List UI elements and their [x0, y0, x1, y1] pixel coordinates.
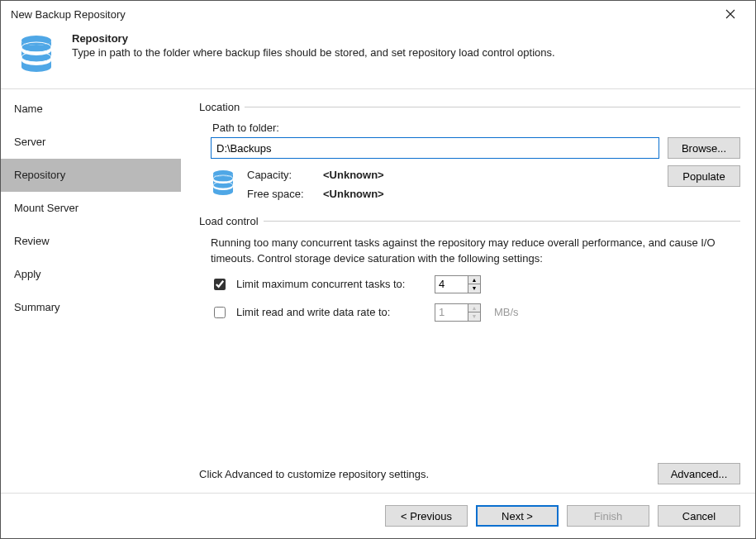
- chevron-up-icon: ▲: [472, 305, 478, 311]
- next-button[interactable]: Next >: [476, 505, 559, 527]
- nav-item-name[interactable]: Name: [1, 93, 181, 126]
- capacity-value: <Unknown>: [323, 169, 384, 181]
- cancel-button[interactable]: Cancel: [658, 505, 740, 527]
- advanced-row: Click Advanced to customize repository s…: [199, 456, 740, 484]
- wizard-footer: < Previous Next > Finish Cancel: [1, 494, 755, 538]
- wizard-header: Repository Type in path to the folder wh…: [1, 27, 755, 88]
- limit-tasks-spinner[interactable]: ▲ ▼: [435, 275, 481, 293]
- page-subtitle: Type in path to the folder where backup …: [72, 46, 555, 59]
- nav-item-server[interactable]: Server: [1, 126, 181, 159]
- limit-rate-value: [435, 303, 468, 322]
- limit-rate-unit: MB/s: [494, 306, 519, 318]
- load-control-description: Running too many concurrent tasks agains…: [211, 236, 739, 267]
- limit-rate-label: Limit read and write data rate to:: [236, 306, 426, 318]
- limit-rate-checkbox[interactable]: [214, 307, 226, 318]
- load-control-group: Load control Running too many concurrent…: [199, 215, 740, 332]
- wizard-content: Location Path to folder: Browse...: [181, 89, 755, 493]
- database-icon: [16, 32, 57, 74]
- chevron-down-icon: ▼: [472, 313, 478, 319]
- limit-tasks-value[interactable]: [435, 275, 468, 293]
- nav-item-repository[interactable]: Repository: [1, 159, 181, 192]
- previous-button[interactable]: < Previous: [385, 505, 468, 527]
- nav-item-review[interactable]: Review: [1, 225, 181, 258]
- wizard-nav: Name Server Repository Mount Server Revi…: [1, 89, 181, 493]
- chevron-down-icon: ▼: [472, 285, 478, 291]
- nav-item-summary[interactable]: Summary: [1, 291, 181, 324]
- capacity-label: Capacity:: [247, 169, 316, 181]
- wizard-body: Name Server Repository Mount Server Revi…: [1, 88, 755, 494]
- close-button[interactable]: [712, 2, 749, 26]
- nav-item-apply[interactable]: Apply: [1, 258, 181, 291]
- limit-rate-spinner[interactable]: ▲ ▼: [435, 303, 481, 322]
- populate-button[interactable]: Populate: [668, 165, 740, 187]
- limit-rate-down: ▼: [468, 312, 481, 322]
- close-icon: [725, 9, 735, 19]
- path-label: Path to folder:: [212, 122, 740, 134]
- limit-rate-up: ▲: [468, 303, 481, 312]
- limit-tasks-label: Limit maximum concurrent tasks to:: [236, 278, 426, 290]
- page-title: Repository: [72, 32, 555, 45]
- database-small-icon: [211, 169, 235, 197]
- limit-tasks-down[interactable]: ▼: [468, 284, 481, 293]
- free-space-value: <Unknown>: [323, 188, 384, 200]
- advanced-hint: Click Advanced to customize repository s…: [199, 468, 429, 480]
- header-text: Repository Type in path to the folder wh…: [72, 32, 555, 59]
- wizard-window: New Backup Repository Repository Type in…: [0, 0, 756, 539]
- location-legend: Location: [199, 101, 245, 113]
- browse-button[interactable]: Browse...: [668, 137, 740, 159]
- load-control-legend: Load control: [199, 215, 264, 227]
- limit-tasks-up[interactable]: ▲: [468, 275, 481, 284]
- advanced-button[interactable]: Advanced...: [658, 463, 740, 484]
- path-input[interactable]: [211, 137, 659, 159]
- free-space-label: Free space:: [247, 188, 316, 200]
- finish-button: Finish: [567, 505, 649, 527]
- titlebar: New Backup Repository: [1, 1, 755, 27]
- nav-item-mount-server[interactable]: Mount Server: [1, 192, 181, 225]
- chevron-up-icon: ▲: [472, 277, 478, 283]
- window-title: New Backup Repository: [11, 8, 126, 21]
- location-group: Location Path to folder: Browse...: [199, 101, 740, 200]
- limit-tasks-checkbox[interactable]: [214, 279, 226, 290]
